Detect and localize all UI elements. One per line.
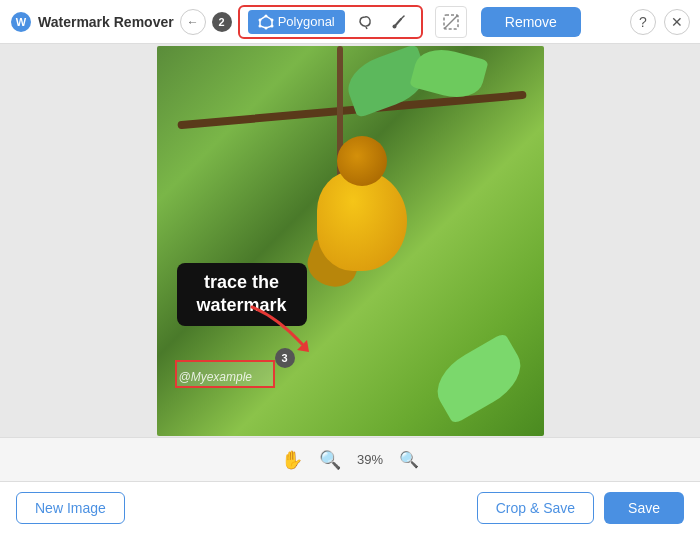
hand-icon: ✋ <box>281 449 303 471</box>
svg-point-9 <box>392 24 396 28</box>
zoom-in-button[interactable]: 🔍 <box>319 449 341 471</box>
bottom-toolbar: ✋ 🔍 39% 🔍 <box>0 437 700 481</box>
svg-marker-2 <box>260 16 272 28</box>
polygonal-tool-button[interactable]: Polygonal <box>248 10 345 34</box>
back-icon: ← <box>187 15 199 29</box>
lasso-icon <box>357 14 373 30</box>
svg-point-6 <box>264 26 267 29</box>
bird-head <box>337 136 387 186</box>
svg-point-8 <box>258 18 261 21</box>
remove-button[interactable]: Remove <box>481 7 581 37</box>
brush-tool-button[interactable] <box>385 10 413 34</box>
zoom-out-button[interactable]: 🔍 <box>399 450 419 469</box>
watermark-text-label: @Myexample <box>179 370 253 384</box>
back-button[interactable]: ← <box>180 9 206 35</box>
erase-icon <box>442 13 460 31</box>
trace-arrow <box>247 302 317 352</box>
svg-text:W: W <box>16 16 27 28</box>
new-image-button[interactable]: New Image <box>16 492 125 524</box>
app-title: Watermark Remover <box>38 14 174 30</box>
svg-line-11 <box>444 15 458 29</box>
title-bar: W Watermark Remover ← 2 Polygonal <box>0 0 700 44</box>
lasso-tool-button[interactable] <box>351 10 379 34</box>
title-bar-right: ? ✕ <box>630 9 690 35</box>
zoom-out-icon: 🔍 <box>399 450 419 469</box>
polygonal-icon <box>258 14 274 30</box>
main-content: @Myexample 3 trace the watermark <box>0 44 700 437</box>
footer: New Image Crop & Save Save <box>0 481 700 533</box>
svg-point-4 <box>270 18 273 21</box>
bird <box>307 136 417 266</box>
main-image[interactable]: @Myexample 3 <box>157 46 544 436</box>
svg-point-7 <box>258 24 261 27</box>
close-button[interactable]: ✕ <box>664 9 690 35</box>
arrow-container <box>247 302 317 356</box>
title-bar-left: W Watermark Remover ← 2 Polygonal <box>10 5 622 39</box>
erase-area-button[interactable] <box>435 6 467 38</box>
step2-badge: 2 <box>212 12 232 32</box>
hand-tool-button[interactable]: ✋ <box>281 449 303 471</box>
zoom-in-icon: 🔍 <box>319 449 341 471</box>
bird-body <box>317 171 407 271</box>
footer-right: Crop & Save Save <box>477 492 684 524</box>
close-icon: ✕ <box>671 14 683 30</box>
help-button[interactable]: ? <box>630 9 656 35</box>
help-icon: ? <box>639 14 647 30</box>
save-button[interactable]: Save <box>604 492 684 524</box>
zoom-level: 39% <box>357 452 383 467</box>
image-container: @Myexample 3 trace the watermark <box>157 46 544 436</box>
brush-icon <box>391 14 407 30</box>
svg-point-3 <box>264 14 267 17</box>
tool-group: Polygonal <box>238 5 423 39</box>
svg-point-5 <box>270 24 273 27</box>
crop-save-button[interactable]: Crop & Save <box>477 492 594 524</box>
app-icon: W <box>10 11 32 33</box>
leaf-3 <box>426 332 531 425</box>
